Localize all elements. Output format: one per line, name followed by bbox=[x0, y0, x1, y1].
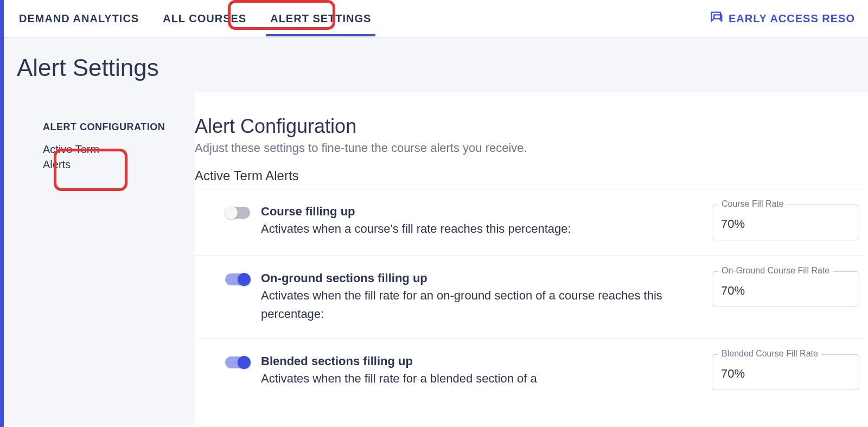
tab-demand-analytics[interactable]: DEMAND ANALYTICS bbox=[17, 2, 141, 36]
sidebar: ALERT CONFIGURATION Active Term Alerts bbox=[4, 92, 195, 425]
toggle-blended-filling[interactable] bbox=[225, 356, 250, 368]
early-access-label: EARLY ACCESS RESO bbox=[729, 12, 855, 25]
field-value: 70% bbox=[721, 217, 850, 231]
field-value: 70% bbox=[721, 284, 850, 298]
toggle-onground-filling[interactable] bbox=[225, 273, 250, 285]
main-panel: Alert Configuration Adjust these setting… bbox=[195, 92, 868, 425]
alert-desc: Activates when a course's fill rate reac… bbox=[261, 220, 690, 238]
alert-text: Blended sections filling up Activates wh… bbox=[261, 354, 701, 388]
early-access-link[interactable]: EARLY ACCESS RESO bbox=[709, 10, 855, 28]
alert-title: On-ground sections filling up bbox=[261, 271, 690, 285]
alert-row-course-filling: Course filling up Activates when a cours… bbox=[195, 189, 864, 256]
toggle-course-filling[interactable] bbox=[225, 207, 250, 219]
sidebar-heading: ALERT CONFIGURATION bbox=[43, 120, 173, 134]
alert-row-onground-filling: On-ground sections filling up Activates … bbox=[195, 256, 864, 339]
tab-list: DEMAND ANALYTICS ALL COURSES ALERT SETTI… bbox=[17, 2, 373, 36]
tab-all-courses[interactable]: ALL COURSES bbox=[161, 2, 248, 36]
alert-text: On-ground sections filling up Activates … bbox=[261, 271, 701, 323]
field-label: Blended Course Fill Rate bbox=[718, 349, 821, 359]
field-label: On-Ground Course Fill Rate bbox=[718, 266, 833, 276]
tab-alert-settings[interactable]: ALERT SETTINGS bbox=[268, 2, 373, 36]
onground-fill-rate-field[interactable]: On-Ground Course Fill Rate 70% bbox=[712, 271, 859, 307]
main-title: Alert Configuration bbox=[195, 115, 864, 141]
alert-desc: Activates when the fill rate for an on-g… bbox=[261, 286, 690, 323]
chat-icon bbox=[709, 10, 724, 28]
field-label: Course Fill Rate bbox=[718, 199, 787, 209]
toggle-knob bbox=[238, 356, 251, 369]
course-fill-rate-field[interactable]: Course Fill Rate 70% bbox=[712, 205, 859, 240]
content-area: ALERT CONFIGURATION Active Term Alerts A… bbox=[4, 92, 868, 425]
top-nav: DEMAND ANALYTICS ALL COURSES ALERT SETTI… bbox=[4, 0, 868, 38]
alert-desc: Activates when the fill rate for a blend… bbox=[261, 369, 690, 388]
section-title: Active Term Alerts bbox=[195, 168, 864, 183]
alert-row-blended-filling: Blended sections filling up Activates wh… bbox=[195, 339, 864, 390]
alert-title: Blended sections filling up bbox=[261, 354, 690, 368]
toggle-knob bbox=[238, 273, 251, 286]
alert-text: Course filling up Activates when a cours… bbox=[261, 205, 701, 238]
field-value: 70% bbox=[721, 367, 850, 381]
alert-title: Course filling up bbox=[261, 205, 690, 219]
main-subtitle: Adjust these settings to fine-tune the c… bbox=[195, 141, 864, 155]
page-title: Alert Settings bbox=[4, 38, 868, 92]
blended-fill-rate-field[interactable]: Blended Course Fill Rate 70% bbox=[712, 354, 859, 390]
toggle-knob bbox=[225, 206, 238, 219]
sidebar-item-active-term-alerts[interactable]: Active Term Alerts bbox=[43, 142, 113, 172]
